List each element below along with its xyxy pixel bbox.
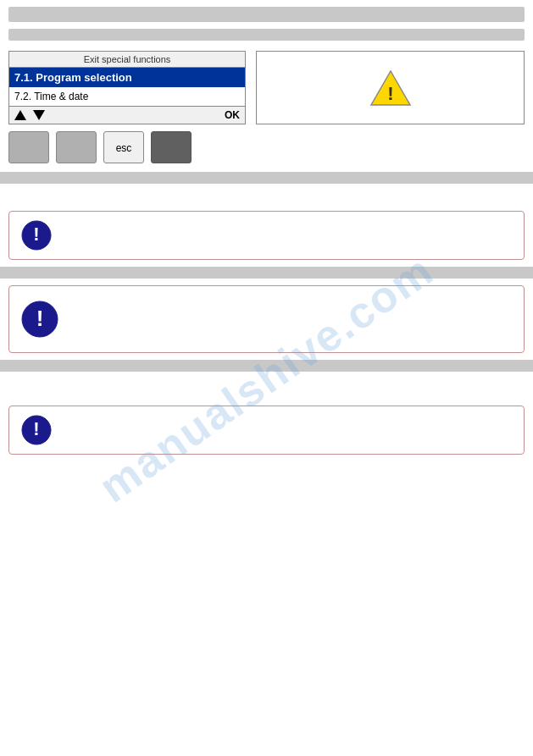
menu-footer: OK — [9, 106, 245, 124]
info-icon-1: ! — [21, 220, 52, 251]
button-row: esc — [0, 124, 533, 167]
notice-box-1: ! — [8, 211, 525, 260]
arrow-up-icon[interactable] — [14, 110, 26, 120]
arrow-down-icon[interactable] — [33, 110, 45, 120]
button-1[interactable] — [8, 131, 49, 163]
svg-text:!: ! — [36, 306, 44, 331]
separator-2 — [0, 267, 533, 279]
notice-box-3: ! — [8, 406, 525, 455]
info-icon-3: ! — [21, 415, 52, 445]
svg-text:!: ! — [387, 83, 393, 104]
menu-item-2[interactable]: 7.2. Time & date — [9, 87, 245, 106]
esc-button[interactable]: esc — [103, 131, 144, 163]
info-icon-2: ! — [21, 301, 58, 338]
menu-item-1[interactable]: 7.1. Program selection — [9, 68, 245, 87]
menu-title: Exit special functions — [9, 52, 245, 68]
menu-dialog: Exit special functions 7.1. Program sele… — [8, 51, 246, 124]
spacer-1 — [0, 189, 533, 204]
warning-box: ! — [256, 51, 525, 124]
ok-button[interactable]: OK — [225, 109, 240, 121]
top-section — [0, 0, 533, 44]
button-4[interactable] — [151, 131, 192, 163]
separator-3 — [0, 360, 533, 372]
button-2[interactable] — [56, 131, 97, 163]
warning-triangle-icon: ! — [369, 69, 412, 107]
svg-text:!: ! — [33, 418, 39, 439]
top-bar-1 — [8, 7, 525, 22]
notice-box-2: ! — [8, 285, 525, 353]
top-bar-2 — [8, 29, 525, 41]
svg-text:!: ! — [33, 223, 39, 245]
menu-area: Exit special functions 7.1. Program sele… — [0, 44, 533, 124]
separator-1 — [0, 172, 533, 184]
spacer-2 — [0, 377, 533, 392]
spacer-3 — [0, 392, 533, 399]
